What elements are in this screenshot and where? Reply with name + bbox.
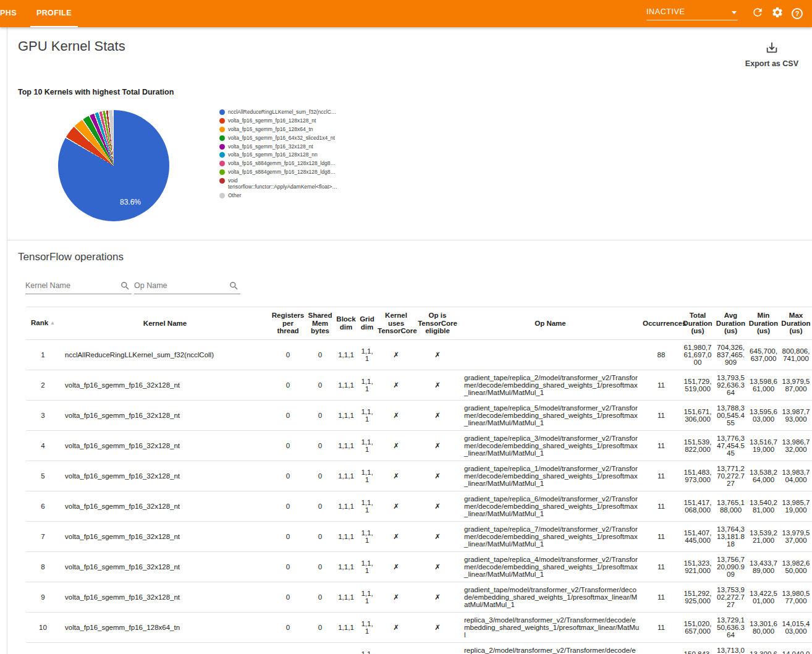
cell-shared-mem-bytes: 0 <box>306 521 334 551</box>
cell-total-duration-us: 151,539,822,000 <box>681 430 714 461</box>
table-row: 2volta_fp16_sgemm_fp16_32x128_nt001,1,11… <box>26 370 812 400</box>
table-row: 9volta_fp16_sgemm_fp16_32x128_nt001,1,11… <box>26 582 812 612</box>
cell-grid-dim: 1,1, 1 <box>358 400 376 430</box>
cell-op-is-tensorcore-eligible: ✗ <box>416 491 459 521</box>
column-header-grid-dim[interactable]: Grid dim <box>358 307 376 340</box>
cell-op-is-tensorcore-eligible: ✗ <box>416 370 459 400</box>
cell-min-duration-us: 13,301,680,000 <box>747 612 780 642</box>
cell-kernel-uses-tensorcore: ✗ <box>376 551 416 582</box>
cell-op-is-tensorcore-eligible: ✗ <box>416 430 459 461</box>
cell-total-duration-us: 151,729,519,000 <box>681 370 714 400</box>
legend-swatch <box>219 161 225 166</box>
legend-label: volta_fp16_sgemm_fp16_32x128_nt <box>228 144 313 150</box>
cell-kernel-name: volta_fp16_sgemm_fp16_32x128_nt <box>60 582 270 612</box>
cell-kernel-name: ncclAllReduceRingLLKernel_sum_f32(ncclCo… <box>60 339 270 370</box>
column-header-op-name[interactable]: Op Name <box>459 307 641 340</box>
cell-occurrences: 88 <box>641 339 681 370</box>
cell-kernel-uses-tensorcore: ✗ <box>376 642 416 654</box>
export-csv-button[interactable]: Export as CSV <box>745 41 798 68</box>
legend-item: volta_fp16_sgemm_fp16_128x128_nt <box>219 118 337 124</box>
column-header-max-duration-us[interactable]: Max Duration (us) <box>780 307 812 340</box>
column-header-avg-duration-us[interactable]: Avg Duration (us) <box>714 307 747 340</box>
table-row: 5volta_fp16_sgemm_fp16_32x128_nt001,1,11… <box>26 461 812 491</box>
cell-total-duration-us: 151,292,925,000 <box>681 582 714 612</box>
legend-item: volta_fp16_sgemm_fp16_32x128_nt <box>219 144 337 150</box>
sort-ascending-icon: ▲ <box>50 320 55 326</box>
table-row: 7volta_fp16_sgemm_fp16_32x128_nt001,1,11… <box>26 521 812 551</box>
cell-kernel-name: volta_fp16_sgemm_fp16_32x128_nt <box>60 491 270 521</box>
search-icon <box>120 281 130 294</box>
column-header-occurrences[interactable]: Occurrences <box>641 307 681 340</box>
settings-button[interactable] <box>768 4 787 23</box>
column-header-kernel-name[interactable]: Kernel Name <box>60 307 270 340</box>
table-row: 10volta_fp16_sgemm_fp16_128x64_tn001,1,1… <box>26 612 812 642</box>
cell-max-duration-us: 14,015,403,000 <box>780 612 812 642</box>
legend-swatch <box>219 127 225 132</box>
cell-avg-duration-us: 704,326,837,465.909 <box>714 339 747 370</box>
legend-item: volta_fp16_sgemm_fp16_64x32_sliced1x4_nt <box>219 135 337 142</box>
tab-profile[interactable]: PROFILE <box>23 0 78 27</box>
cell-min-duration-us: 13,598,661,000 <box>747 370 780 400</box>
legend-label: ncclAllReduceRingLLKernel_sum_f32(ncclC… <box>228 109 336 116</box>
cell-grid-dim: 1,1, 1 <box>358 491 376 521</box>
chevron-down-icon <box>732 11 737 14</box>
help-button[interactable]: ? <box>787 4 807 23</box>
column-header-total-duration-us[interactable]: Total Duration (us) <box>681 307 714 340</box>
legend-swatch <box>219 193 225 198</box>
cell-shared-mem-bytes: 0 <box>306 642 334 654</box>
cell-op-name: replica_3/model/transformer_v2/Transform… <box>459 612 641 642</box>
column-header-shared-mem-bytes[interactable]: Shared Mem bytes <box>306 307 334 340</box>
cell-avg-duration-us: 13,729,150,636.364 <box>714 612 747 642</box>
cell-rank: 6 <box>26 491 60 521</box>
pie-chart-wrap: 83.6% <box>58 110 169 221</box>
cell-kernel-uses-tensorcore: ✗ <box>376 521 416 551</box>
run-status-dropdown[interactable]: INACTIVE <box>646 7 738 20</box>
cell-avg-duration-us: 13,776,347,454.545 <box>714 430 747 461</box>
cell-kernel-uses-tensorcore: ✗ <box>376 461 416 491</box>
run-status-value: INACTIVE <box>646 7 738 20</box>
cell-op-name: gradient_tape/replica_4/model/transforme… <box>459 551 641 582</box>
cell-rank: 3 <box>26 400 60 430</box>
cell-shared-mem-bytes: 0 <box>306 582 334 612</box>
cell-op-is-tensorcore-eligible: ✗ <box>416 642 459 654</box>
cell-occurrences: 11 <box>641 582 681 612</box>
cell-avg-duration-us: 13,793,592,636.364 <box>714 370 747 400</box>
refresh-button[interactable] <box>748 4 768 23</box>
legend-label: volta_fp16_sgemm_fp16_128x64_tn <box>228 127 313 133</box>
cell-grid-dim: 1,1, 1 <box>358 430 376 461</box>
cell-registers-per-thread: 0 <box>270 370 306 400</box>
column-header-registers-per-thread[interactable]: Registers per thread <box>270 307 306 340</box>
cell-min-duration-us: 13,300,679,000 <box>747 642 780 654</box>
cell-occurrences: 11 <box>641 370 681 400</box>
cell-block-dim: 1,1,1 <box>334 612 358 642</box>
table-row: 3volta_fp16_sgemm_fp16_32x128_nt001,1,11… <box>26 400 812 430</box>
cell-rank: 4 <box>26 430 60 461</box>
cell-min-duration-us: 13,422,501,000 <box>747 582 780 612</box>
column-header-kernel-uses-tensorcore[interactable]: Kernel uses TensorCore <box>376 307 416 340</box>
column-header-min-duration-us[interactable]: Min Duration (us) <box>747 307 780 340</box>
kernel-name-filter <box>25 279 132 294</box>
cell-max-duration-us: 13,983,704,000 <box>780 461 812 491</box>
column-header-rank[interactable]: Rank▲ <box>26 307 60 340</box>
cell-kernel-uses-tensorcore: ✗ <box>376 370 416 400</box>
column-header-block-dim[interactable]: Block dim <box>334 307 358 340</box>
cell-avg-duration-us: 13,765,188,000 <box>714 491 747 521</box>
tab-graphs-partial[interactable]: PHS <box>0 0 23 27</box>
kernel-name-input[interactable] <box>25 279 118 294</box>
cell-op-name: gradient_tape/replica_6/model/transforme… <box>459 491 641 521</box>
column-header-op-is-tensorcore-eligible[interactable]: Op is TensorCore eligible <box>416 307 459 340</box>
chart-title: Top 10 Kernels with highest Total Durati… <box>18 88 812 96</box>
cell-shared-mem-bytes: 0 <box>306 430 334 461</box>
cell-kernel-uses-tensorcore: ✗ <box>376 491 416 521</box>
legend-swatch <box>219 135 225 141</box>
cell-shared-mem-bytes: 0 <box>306 461 334 491</box>
cell-min-duration-us: 645,700,637,000 <box>747 339 780 370</box>
cell-op-name: gradient_tape/replica_5/model/transforme… <box>459 400 641 430</box>
cell-registers-per-thread: 0 <box>270 491 306 521</box>
cell-occurrences: 11 <box>641 400 681 430</box>
cell-op-is-tensorcore-eligible: ✗ <box>416 612 459 642</box>
op-name-input[interactable] <box>134 279 227 294</box>
cell-op-name: gradient_tape/replica_1/model/transforme… <box>459 461 641 491</box>
cell-kernel-name: volta_fp16_sgemm_fp16_32x128_nt <box>60 400 270 430</box>
gear-icon <box>771 6 784 21</box>
